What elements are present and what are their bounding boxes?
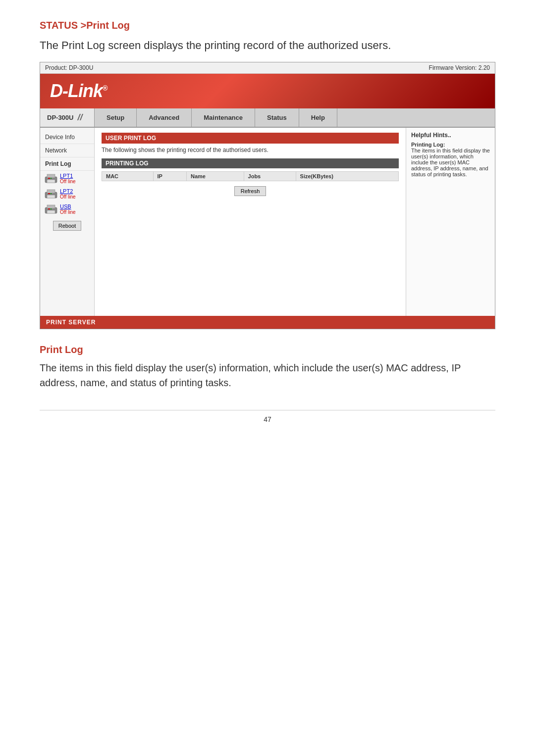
- svg-rect-2: [47, 180, 55, 183]
- svg-rect-14: [51, 208, 52, 209]
- svg-rect-4: [51, 178, 52, 179]
- dlink-logo: D-Link®: [50, 81, 107, 101]
- nav-advanced[interactable]: Advanced: [137, 108, 192, 127]
- help-item-title: Printing Log:: [411, 142, 490, 148]
- col-size: Size(KBytes): [296, 172, 398, 181]
- svg-rect-8: [48, 193, 50, 194]
- device-topbar: Product: DP-300U Firmware Version: 2.20: [40, 62, 495, 74]
- page-number: 47: [40, 410, 495, 423]
- reboot-button[interactable]: Reboot: [53, 221, 81, 231]
- content-area: Device Info Network Print Log: [40, 128, 495, 316]
- printer-lpt2[interactable]: LPT2 Off line: [40, 186, 94, 202]
- help-item-desc: The items in this field display the user…: [411, 148, 490, 177]
- col-name: Name: [186, 172, 244, 181]
- svg-rect-1: [47, 174, 55, 178]
- nav-slash: //: [77, 112, 82, 123]
- section-desc: The following shows the printing record …: [102, 147, 399, 153]
- nav-status[interactable]: Status: [255, 108, 299, 127]
- dlink-header: D-Link®: [40, 74, 495, 108]
- printer-lpt2-icon: [44, 189, 58, 200]
- svg-rect-3: [48, 178, 50, 179]
- sidebar-print-log[interactable]: Print Log: [40, 157, 94, 171]
- nav-device-label: DP-300U //: [40, 108, 95, 127]
- printer-usb-text: USB Off line: [60, 203, 76, 215]
- printer-lpt1-text: LPT1 Off line: [60, 173, 76, 184]
- section-below-heading: Print Log: [40, 344, 495, 355]
- col-jobs: Jobs: [244, 172, 296, 181]
- sidebar-network[interactable]: Network: [40, 144, 94, 157]
- device-frame: Product: DP-300U Firmware Version: 2.20 …: [40, 62, 495, 329]
- col-ip: IP: [153, 172, 186, 181]
- device-footer: PRINT SERVER: [40, 316, 495, 329]
- nav-setup[interactable]: Setup: [95, 108, 137, 127]
- sidebar-device-info[interactable]: Device Info: [40, 131, 94, 144]
- svg-rect-13: [48, 208, 50, 209]
- printer-lpt1[interactable]: LPT1 Off line: [40, 171, 94, 186]
- printer-usb[interactable]: USB Off line: [40, 202, 94, 217]
- sidebar: Device Info Network Print Log: [40, 128, 95, 316]
- svg-rect-9: [51, 193, 52, 194]
- svg-rect-6: [47, 190, 55, 193]
- help-title: Helpful Hints..: [411, 132, 490, 139]
- log-table: MAC IP Name Jobs Size(KBytes): [102, 171, 399, 181]
- printer-usb-icon: [44, 204, 58, 215]
- section-below-body: The items in this field display the user…: [40, 360, 495, 390]
- col-mac: MAC: [102, 172, 154, 181]
- page-subtitle: The Print Log screen displays the printi…: [40, 39, 495, 52]
- refresh-button[interactable]: Refresh: [234, 186, 267, 196]
- svg-rect-11: [47, 205, 55, 208]
- svg-rect-7: [47, 195, 55, 198]
- page-breadcrumb: STATUS >Print Log: [40, 20, 495, 31]
- nav-bar: DP-300U // Setup Advanced Maintenance St…: [40, 108, 495, 128]
- nav-maintenance[interactable]: Maintenance: [192, 108, 255, 127]
- printer-lpt1-icon: [44, 173, 58, 184]
- svg-rect-12: [47, 210, 55, 213]
- nav-help[interactable]: Help: [299, 108, 337, 127]
- main-panel: USER PRINT LOG The following shows the p…: [95, 128, 406, 316]
- section-title: USER PRINT LOG: [102, 133, 399, 144]
- product-label: Product: DP-300U: [45, 64, 93, 71]
- sub-section-title: PRINTING LOG: [102, 158, 399, 168]
- printer-lpt2-text: LPT2 Off line: [60, 188, 76, 200]
- help-panel: Helpful Hints.. Printing Log: The items …: [406, 128, 495, 316]
- firmware-label: Firmware Version: 2.20: [429, 64, 490, 71]
